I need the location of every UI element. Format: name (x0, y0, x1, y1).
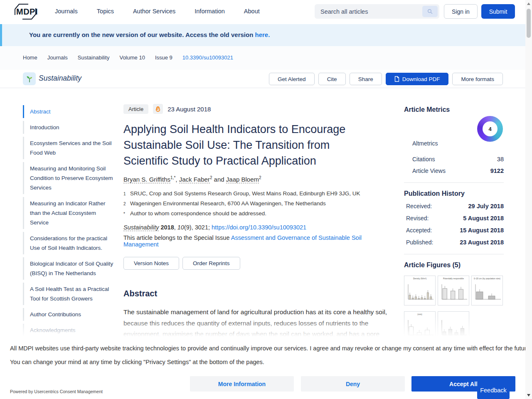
pdf-file-icon (394, 76, 399, 82)
toc-item-a-soil-health-test-as-a-practical-tool-f[interactable]: A Soil Health Test as a Practical Tool f… (23, 283, 113, 305)
search-bar (315, 4, 439, 19)
figure-thumbnails: Density (N/m²)Potentially responsible0–2… (404, 276, 504, 341)
citation-volume: 10 (177, 224, 184, 231)
altmetrics-row: Altmetrics 4 (404, 115, 504, 151)
abstract-text: The sustainable management of land for a… (123, 307, 387, 340)
nav-item-author-services[interactable]: Author Services (133, 8, 175, 15)
nav-item-journals[interactable]: Journals (55, 8, 78, 15)
article-figures-heading: Article Figures (5) (404, 261, 504, 269)
main-nav: JournalsTopicsAuthor ServicesInformation… (55, 0, 260, 22)
breadcrumb-item-journals[interactable]: Journals (47, 54, 68, 61)
toc-item-ecosystem-services-and-the-soil-food-web[interactable]: Ecosystem Services and the Soil Food Web (23, 137, 113, 159)
search-input[interactable] (315, 8, 422, 15)
scrollbar-down-arrow-icon[interactable] (527, 394, 530, 397)
mdpi-logo-text: MDPI (16, 7, 38, 17)
table-of-contents: AbstractIntroductionEcosystem Services a… (23, 105, 113, 355)
citation-journal[interactable]: Sustainability (123, 224, 159, 231)
altmetric-donut-badge[interactable]: 4 (477, 116, 503, 142)
breadcrumb-band: HomeJournalsSustainabilityVolume 10Issue… (0, 46, 525, 70)
journal-name[interactable]: Sustainability (39, 74, 81, 83)
figure-thumbnail-2[interactable]: Potentially responsible (438, 276, 469, 305)
toc-item-introduction[interactable]: Introduction (23, 121, 113, 134)
article-views-label: Article Views (412, 167, 446, 174)
toc-item-measuring-and-monitoring-soil-condition-[interactable]: Measuring and Monitoring Soil Condition … (23, 162, 113, 194)
cookie-consent-banner: All MDPI websites use third-party websit… (0, 337, 532, 399)
article-main: Article 23 August 2018 Applying Soil Hea… (123, 104, 387, 340)
history-label: Received: (406, 203, 432, 209)
journal-logo[interactable] (23, 72, 36, 85)
get-alerted-button[interactable]: Get Alerted (269, 73, 315, 85)
nav-item-about[interactable]: About (244, 8, 260, 15)
history-label: Published: (406, 239, 433, 246)
special-issue-line: This article belongs to the Special Issu… (123, 234, 387, 248)
publication-history-heading: Publication History (404, 190, 504, 197)
altmetric-score: 4 (483, 121, 498, 136)
more-formats-button[interactable]: More formats (452, 73, 503, 85)
history-value: 15 August 2018 (460, 227, 504, 234)
toc-item-abstract[interactable]: Abstract (23, 105, 113, 118)
author-link-bryan-s-griffiths[interactable]: Bryan S. Griffiths (123, 176, 170, 183)
history-row-revised: Revised:5 August 2018 (404, 215, 504, 222)
mini-chart-icon (439, 281, 468, 305)
toc-item-measuring-an-indicator-rather-than-the-a[interactable]: Measuring an Indicator Rather than the A… (23, 197, 113, 229)
breadcrumb-item-volume-10[interactable]: Volume 10 (119, 54, 145, 61)
sign-in-button[interactable]: Sign in (444, 4, 478, 19)
toc-item-biological-indicator-of-soil-quality-bis[interactable]: Biological Indicator of Soil Quality (BI… (23, 257, 113, 280)
history-label: Accepted: (406, 227, 432, 234)
breadcrumb-item-10-3390-su10093021[interactable]: 10.3390/su10093021 (182, 54, 233, 61)
old-version-link[interactable]: here. (255, 31, 270, 38)
figure-thumbnail-3[interactable]: 0–20 cm (by population size) (471, 276, 503, 305)
breadcrumb-item-sustainability[interactable]: Sustainability (78, 54, 110, 61)
deny-button[interactable]: Deny (301, 376, 405, 392)
figure-thumbnail-1[interactable]: Density (N/m²) (404, 276, 436, 305)
feedback-button[interactable]: Feedback (477, 382, 510, 399)
history-value: 29 July 2018 (468, 203, 504, 209)
article-views-value: 9122 (490, 167, 504, 174)
author-link-jack-faber[interactable]: Jack Faber (179, 176, 210, 183)
author-separator: , (175, 176, 179, 183)
affiliations: 1SRUC, Crop and Soil Systems Research Gr… (123, 189, 387, 219)
affiliation-text: Author to whom correspondence should be … (130, 209, 266, 219)
publication-history-rows: Received:29 July 2018Revised:5 August 20… (404, 203, 504, 246)
nav-item-information[interactable]: Information (195, 8, 225, 15)
affiliation-marker: 1 (123, 189, 130, 199)
doi-link[interactable]: https://doi.org/10.3390/su10093021 (212, 224, 306, 231)
search-button[interactable] (422, 6, 438, 17)
toc-item-considerations-for-the-practical-use-of-[interactable]: Considerations for the practical Use of … (23, 232, 113, 254)
affiliation-marker: 2 (123, 199, 130, 209)
history-row-accepted: Accepted:15 August 2018 (404, 227, 504, 234)
affiliation-text: Wageningen Environmental Research, 6700 … (130, 199, 326, 209)
history-value: 23 August 2018 (460, 239, 504, 246)
scrollbar-up-arrow-icon[interactable] (527, 2, 530, 5)
author-link-jaap-bloem[interactable]: Jaap Bloem (226, 176, 259, 183)
article-views-row: Article Views 9122 (404, 167, 504, 174)
more-information-button[interactable]: More Information (190, 376, 294, 392)
breadcrumb-item-issue-9[interactable]: Issue 9 (155, 54, 172, 61)
scrollbar[interactable] (525, 0, 532, 399)
version-notice-banner: You are currently on the new version of … (0, 24, 525, 46)
cookie-text-line2: You can change your mind at any time by … (10, 359, 264, 365)
notice-text: You are currently on the new version of … (29, 31, 270, 38)
nav-item-topics[interactable]: Topics (97, 8, 114, 15)
share-label: Share (358, 76, 373, 82)
submit-button[interactable]: Submit (481, 4, 515, 19)
toc-item-author-contributions[interactable]: Author Contributions (23, 308, 113, 321)
download-pdf-button[interactable]: Download PDF (386, 73, 449, 85)
cookie-text-line1: All MDPI websites use third-party websit… (10, 345, 532, 352)
article-type-badge: Article (123, 104, 148, 114)
share-button[interactable]: Share (350, 73, 382, 85)
author-separator: and (212, 176, 226, 183)
mdpi-logo[interactable]: MDPI (12, 2, 39, 21)
affiliation-row: 1SRUC, Crop and Soil Systems Research Gr… (123, 189, 387, 199)
article-metrics-panel: Article Metrics Altmetrics 4 Citations 3… (404, 106, 504, 341)
version-notes-button[interactable]: Version Notes (123, 257, 179, 270)
order-reprints-button[interactable]: Order Reprints (182, 257, 240, 270)
sustainability-sprout-icon (25, 75, 34, 83)
breadcrumb-item-home[interactable]: Home (23, 54, 37, 61)
open-access-chip (153, 104, 163, 114)
scrollbar-thumb[interactable] (527, 9, 531, 38)
cite-button[interactable]: Cite (318, 73, 346, 85)
page: MDPI JournalsTopicsAuthor ServicesInform… (0, 0, 532, 399)
top-navigation-bar: MDPI JournalsTopicsAuthor ServicesInform… (0, 0, 525, 23)
toc-item-acknowledgments[interactable]: Acknowledgments (23, 324, 113, 337)
